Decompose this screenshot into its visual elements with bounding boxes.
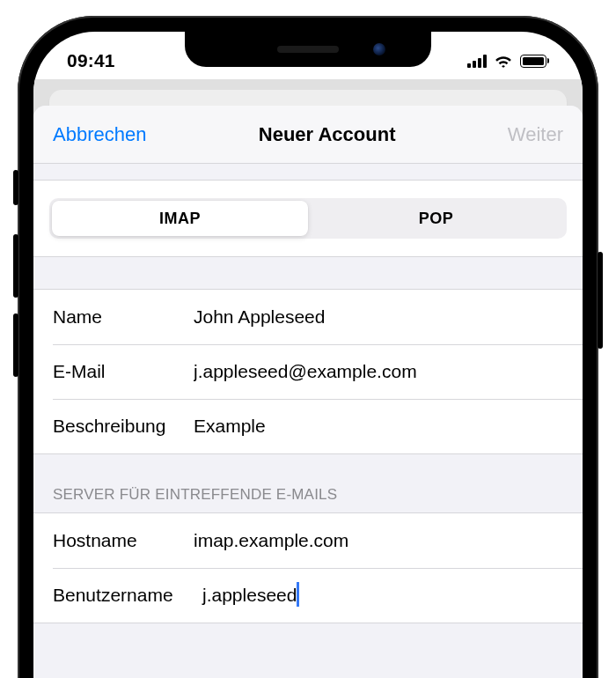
row-name[interactable]: Name [33,290,583,344]
cellular-icon [467,55,487,68]
email-label: E-Mail [53,361,194,382]
row-username[interactable]: Benutzername j.appleseed [33,568,583,623]
username-input[interactable]: j.appleseed [202,583,563,608]
battery-icon [520,55,550,68]
nav-title: Neuer Account [259,123,396,146]
status-time: 09:41 [67,50,115,71]
wifi-icon [494,54,513,68]
row-description[interactable]: Beschreibung [33,399,583,453]
row-email[interactable]: E-Mail [33,344,583,399]
name-input[interactable] [194,306,563,328]
text-cursor [297,582,299,607]
segment-imap[interactable]: IMAP [52,201,308,236]
screen: 09:41 Abbrechen Neuer Account Weite [33,32,583,678]
description-label: Beschreibung [53,416,194,437]
power-button [598,252,603,349]
new-account-modal: Abbrechen Neuer Account Weiter IMAP POP … [33,106,583,678]
mute-switch [13,170,18,205]
next-button[interactable]: Weiter [508,123,563,146]
protocol-segment: IMAP POP [49,198,567,239]
username-value: j.appleseed [202,585,297,606]
phone-frame: 09:41 Abbrechen Neuer Account Weite [18,16,598,678]
status-icons [467,54,550,68]
hostname-label: Hostname [53,530,194,551]
volume-down-button [13,313,18,377]
cancel-button[interactable]: Abbrechen [53,123,146,146]
row-hostname[interactable]: Hostname [33,513,583,568]
hostname-input[interactable] [194,530,563,551]
protocol-segment-wrap: IMAP POP [33,180,583,257]
account-info-group: Name E-Mail Beschreibung [33,289,583,454]
description-input[interactable] [194,416,563,437]
volume-up-button [13,234,18,298]
nav-bar: Abbrechen Neuer Account Weiter [33,106,583,164]
notch [185,32,431,67]
speaker [277,46,339,53]
segment-pop[interactable]: POP [308,201,564,236]
incoming-header: SERVER FÜR EINTREFFENDE E-MAILS [33,454,583,512]
incoming-server-group: Hostname Benutzername j.appleseed [33,512,583,623]
front-camera [373,43,385,55]
username-label: Benutzername [53,585,202,606]
name-label: Name [53,306,194,328]
email-input[interactable] [194,361,563,382]
